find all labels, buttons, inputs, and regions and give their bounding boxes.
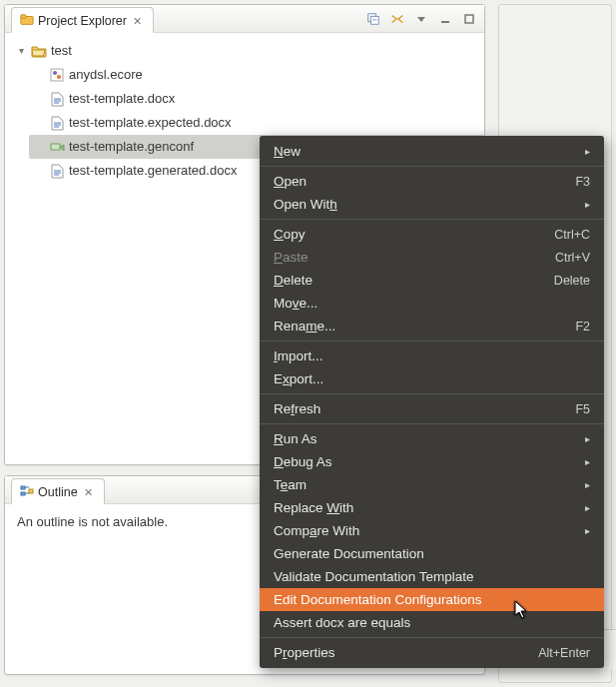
svg-rect-11 [21,492,25,495]
menu-separator [260,637,604,638]
menu-item-run-as[interactable]: Run As▸ [260,427,604,450]
svg-rect-10 [21,486,25,489]
tree-node-label: test-template.docx [69,88,175,110]
menu-separator [260,166,604,167]
conf-icon [49,139,65,155]
menu-item-export[interactable]: Export... [260,367,604,390]
menu-separator [260,219,604,220]
tree-node-label: test-template.generated.docx [69,160,237,182]
menu-shortcut: F3 [575,175,590,189]
menu-item-validate-documentation-template[interactable]: Validate Documentation Template [260,565,604,588]
submenu-arrow-icon: ▸ [585,479,590,490]
link-with-editor-icon[interactable] [388,10,406,28]
outline-icon [20,484,34,501]
tab-label: Project Explorer [38,14,127,28]
menu-item-open[interactable]: OpenF3 [260,170,604,193]
menu-item-label: Replace With [274,500,353,515]
minimize-icon[interactable] [436,10,454,28]
menu-item-copy[interactable]: CopyCtrl+C [260,223,604,246]
menu-item-label: Open [274,174,307,189]
view-menu-icon[interactable] [412,10,430,28]
tree-node-label: test-template.expected.docx [69,112,232,134]
svg-point-7 [53,71,57,75]
menu-item-label: Open With [274,197,337,212]
menu-item-label: Assert docx are equals [274,615,410,630]
explorer-tabbar: Project Explorer ✕ [5,5,484,33]
menu-item-edit-documentation-configurations[interactable]: Edit Documentation Configurations [260,588,604,611]
menu-separator [260,423,604,424]
menu-item-label: Rename... [274,319,335,334]
menu-item-label: Delete [274,273,312,288]
project-explorer-tab[interactable]: Project Explorer ✕ [11,7,154,33]
menu-item-move[interactable]: Move... [260,292,604,315]
doc-icon [49,115,65,131]
open-folder-icon [31,43,47,59]
navigator-icon [20,13,34,30]
submenu-arrow-icon: ▸ [585,433,590,444]
tree-file-node[interactable]: anydsl.ecore [29,63,484,87]
tree-node-label: test [51,40,72,62]
tree-node-label: test-template.genconf [69,136,194,158]
submenu-arrow-icon: ▸ [585,456,590,467]
menu-item-label: Refresh [274,401,320,416]
menu-item-label: Move... [274,296,317,311]
menu-item-properties[interactable]: PropertiesAlt+Enter [260,641,604,664]
menu-shortcut: Delete [554,274,590,288]
model-icon [49,67,65,83]
context-menu[interactable]: New▸OpenF3Open With▸CopyCtrl+CPasteCtrl+… [260,136,604,668]
svg-rect-12 [29,489,33,493]
tree-node-label: anydsl.ecore [69,64,143,86]
submenu-arrow-icon: ▸ [585,502,590,513]
menu-item-label: New [274,144,301,159]
menu-item-team[interactable]: Team▸ [260,473,604,496]
menu-item-label: Run As [274,431,317,446]
menu-item-label: Debug As [274,454,332,469]
menu-item-delete[interactable]: DeleteDelete [260,269,604,292]
menu-item-label: Team [274,477,307,492]
menu-item-label: Compare With [274,523,359,538]
menu-item-replace-with[interactable]: Replace With▸ [260,496,604,519]
menu-item-label: Copy [274,227,306,242]
menu-item-open-with[interactable]: Open With▸ [260,193,604,216]
submenu-arrow-icon: ▸ [585,525,590,536]
menu-item-assert-docx-are-equals[interactable]: Assert docx are equals [260,611,604,634]
menu-item-debug-as[interactable]: Debug As▸ [260,450,604,473]
menu-shortcut: Alt+Enter [538,646,590,660]
tab-label: Outline [38,485,78,499]
menu-item-compare-with[interactable]: Compare With▸ [260,519,604,542]
tree-file-node[interactable]: test-template.expected.docx [29,111,484,135]
doc-icon [49,163,65,179]
doc-icon [49,91,65,107]
svg-rect-4 [441,21,449,23]
submenu-arrow-icon: ▸ [585,146,590,157]
menu-item-label: Export... [274,371,323,386]
tree-project-node[interactable]: ▾ test [11,39,484,63]
menu-separator [260,393,604,394]
menu-item-label: Generate Documentation [274,546,424,561]
menu-item-label: Properties [274,645,335,660]
close-tab-icon[interactable]: ✕ [131,14,145,28]
outline-tab[interactable]: Outline ✕ [11,478,105,504]
menu-shortcut: Ctrl+C [554,228,590,242]
close-tab-icon[interactable]: ✕ [82,485,96,499]
menu-item-rename[interactable]: Rename...F2 [260,315,604,338]
svg-rect-6 [51,69,63,81]
collapse-all-icon[interactable] [364,10,382,28]
mouse-cursor-icon [514,600,530,620]
expand-toggle-icon[interactable]: ▾ [15,40,27,62]
menu-item-label: Import... [274,348,323,363]
svg-rect-9 [51,144,60,150]
menu-shortcut: Ctrl+V [555,251,590,265]
svg-rect-5 [465,15,473,23]
maximize-icon[interactable] [460,10,478,28]
submenu-arrow-icon: ▸ [585,199,590,210]
tree-file-node[interactable]: test-template.docx [29,87,484,111]
svg-rect-1 [21,14,26,18]
menu-separator [260,341,604,342]
menu-item-new[interactable]: New▸ [260,140,604,163]
menu-item-import[interactable]: Import... [260,344,604,367]
menu-item-refresh[interactable]: RefreshF5 [260,397,604,420]
menu-item-label: Edit Documentation Configurations [274,592,482,607]
menu-item-generate-documentation[interactable]: Generate Documentation [260,542,604,565]
menu-item-paste: PasteCtrl+V [260,246,604,269]
